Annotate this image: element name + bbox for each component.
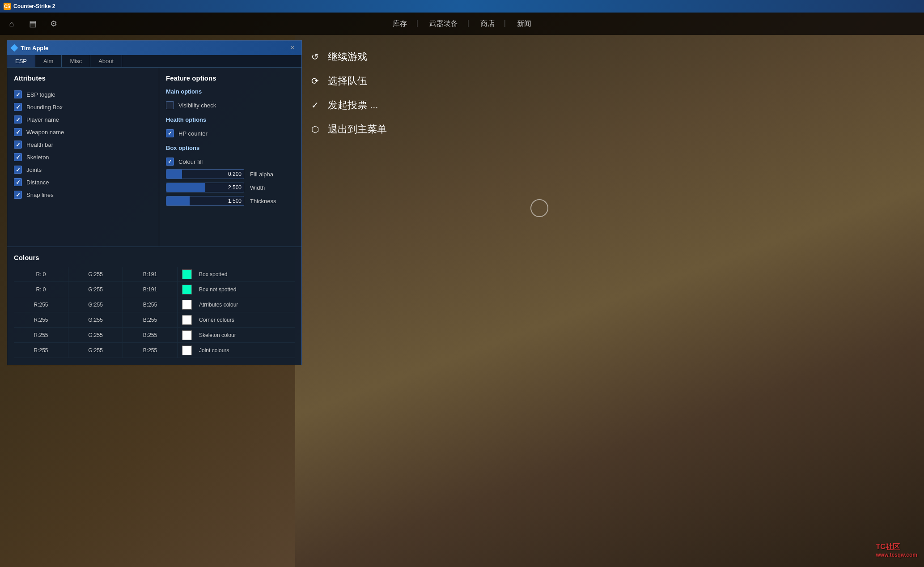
panel-close-button[interactable]: × bbox=[288, 43, 297, 52]
nav-item-inventory[interactable]: 库存 bbox=[381, 19, 418, 29]
tab-about[interactable]: About bbox=[90, 55, 122, 67]
checkbox-weapon-name[interactable] bbox=[14, 128, 22, 136]
checkbox-health-bar[interactable] bbox=[14, 141, 22, 149]
tab-aim[interactable]: Aim bbox=[35, 55, 62, 67]
colour-r-1[interactable]: R: 0 bbox=[14, 282, 68, 297]
settings-icon[interactable]: ⚙ bbox=[47, 17, 61, 31]
slider-fill-alpha-fill bbox=[166, 170, 182, 179]
attr-snap-lines[interactable]: Snap lines bbox=[14, 188, 152, 201]
inventory-icon[interactable]: ▤ bbox=[25, 17, 40, 31]
colour-name-cell-2[interactable]: Atrributes colour bbox=[178, 297, 295, 312]
attr-distance[interactable]: Distance bbox=[14, 176, 152, 188]
attr-skeleton[interactable]: Skeleton bbox=[14, 151, 152, 163]
attr-bounding-box[interactable]: Bounding Box bbox=[14, 101, 152, 113]
colour-g-4[interactable]: G:255 bbox=[68, 328, 123, 342]
option-hp-counter[interactable]: HP counter bbox=[166, 128, 295, 139]
label-weapon-name: Weapon name bbox=[26, 129, 64, 136]
colour-row-2: R:255 G:255 B:255 Atrributes colour bbox=[14, 297, 295, 312]
tab-esp[interactable]: ESP bbox=[7, 55, 35, 67]
attr-esp-toggle[interactable]: ESP toggle bbox=[14, 88, 152, 101]
slider-width-fill bbox=[166, 183, 205, 192]
colour-r-4[interactable]: R:255 bbox=[14, 328, 68, 342]
section-main-options: Main options bbox=[166, 88, 295, 95]
watermark: TC社区 www.tcsqw.com bbox=[876, 542, 917, 558]
nav-item-shop[interactable]: 商店 bbox=[469, 19, 506, 29]
home-icon[interactable]: ⌂ bbox=[4, 17, 19, 31]
checkbox-esp-toggle[interactable] bbox=[14, 90, 22, 98]
colour-g-2[interactable]: G:255 bbox=[68, 297, 123, 312]
option-colour-fill[interactable]: Colour fill bbox=[166, 156, 295, 167]
vote-icon: ✓ bbox=[309, 99, 321, 111]
checkbox-colour-fill[interactable] bbox=[166, 158, 174, 166]
attr-health-bar[interactable]: Health bar bbox=[14, 138, 152, 151]
menu-label-exit: 退出到主菜单 bbox=[328, 123, 387, 136]
label-joints: Joints bbox=[26, 166, 42, 173]
colour-name-cell-1[interactable]: Box not spotted bbox=[178, 282, 295, 297]
exit-icon: ⬡ bbox=[309, 123, 321, 136]
section-box-options: Box options bbox=[166, 145, 295, 151]
colour-name-1: Box not spotted bbox=[199, 286, 236, 293]
slider-width[interactable]: 2.500 bbox=[166, 183, 244, 192]
checkbox-snap-lines[interactable] bbox=[14, 191, 22, 199]
checkbox-player-name[interactable] bbox=[14, 115, 22, 124]
colour-r-2[interactable]: R:255 bbox=[14, 297, 68, 312]
panel-title-bar: Tim Apple × bbox=[7, 41, 301, 55]
colour-row-3: R:255 G:255 B:255 Corner colours bbox=[14, 312, 295, 328]
slider-thickness[interactable]: 1.500 bbox=[166, 196, 244, 206]
title-bar: CS Counter-Strike 2 bbox=[0, 0, 924, 13]
checkbox-hp-counter[interactable] bbox=[166, 129, 174, 137]
colour-b-0[interactable]: B:191 bbox=[123, 267, 178, 281]
nav-item-weapons[interactable]: 武器装备 bbox=[418, 19, 469, 29]
menu-item-select-team[interactable]: ⟳ 选择队伍 bbox=[300, 69, 396, 93]
label-colour-fill: Colour fill bbox=[178, 158, 203, 165]
label-player-name: Player name bbox=[26, 116, 59, 123]
checkbox-bounding-box[interactable] bbox=[14, 103, 22, 111]
colour-b-3[interactable]: B:255 bbox=[123, 312, 178, 327]
option-visibility-check[interactable]: Visibility check bbox=[166, 99, 295, 111]
section-health-options: Health options bbox=[166, 116, 295, 123]
colour-r-5[interactable]: R:255 bbox=[14, 343, 68, 358]
attr-weapon-name[interactable]: Weapon name bbox=[14, 126, 152, 138]
checkbox-joints[interactable] bbox=[14, 166, 22, 174]
colour-r-3[interactable]: R:255 bbox=[14, 312, 68, 327]
checkbox-visibility-check[interactable] bbox=[166, 101, 174, 109]
nav-item-news[interactable]: 新闻 bbox=[506, 19, 543, 29]
checkbox-distance[interactable] bbox=[14, 178, 22, 186]
panel-title: Tim Apple bbox=[21, 45, 48, 51]
menu-item-vote[interactable]: ✓ 发起投票 ... bbox=[300, 93, 396, 117]
colour-name-5: Joint colours bbox=[199, 347, 229, 354]
menu-label-vote: 发起投票 ... bbox=[328, 98, 378, 112]
colour-name-cell-5[interactable]: Joint colours bbox=[178, 343, 295, 358]
nav-icon-group: ⌂ ▤ ⚙ bbox=[4, 17, 61, 31]
tab-misc[interactable]: Misc bbox=[62, 55, 90, 67]
checkbox-skeleton[interactable] bbox=[14, 153, 22, 161]
colour-r-0[interactable]: R: 0 bbox=[14, 267, 68, 281]
colour-b-2[interactable]: B:255 bbox=[123, 297, 178, 312]
attr-joints[interactable]: Joints bbox=[14, 163, 152, 176]
colour-name-cell-0[interactable]: Box spotted bbox=[178, 267, 295, 281]
slider-row-thickness: 1.500 Thickness bbox=[166, 194, 295, 208]
attr-player-name[interactable]: Player name bbox=[14, 113, 152, 126]
slider-fill-alpha-value: 0.200 bbox=[228, 171, 242, 177]
nav-bar: ⌂ ▤ ⚙ 库存 武器装备 商店 新闻 bbox=[0, 13, 924, 35]
nav-center: 库存 武器装备 商店 新闻 bbox=[381, 19, 543, 29]
colour-b-1[interactable]: B:191 bbox=[123, 282, 178, 297]
menu-item-exit[interactable]: ⬡ 退出到主菜单 bbox=[300, 117, 396, 141]
colour-swatch-3 bbox=[182, 315, 192, 325]
colour-g-1[interactable]: G:255 bbox=[68, 282, 123, 297]
slider-width-label: Width bbox=[250, 184, 265, 191]
colour-b-4[interactable]: B:255 bbox=[123, 328, 178, 342]
label-visibility-check: Visibility check bbox=[178, 102, 216, 109]
app-title: Counter-Strike 2 bbox=[13, 3, 55, 9]
colour-name-cell-4[interactable]: Skeleton colour bbox=[178, 328, 295, 342]
game-menu: ↺ 继续游戏 ⟳ 选择队伍 ✓ 发起投票 ... ⬡ 退出到主菜单 bbox=[300, 45, 396, 141]
colour-name-cell-3[interactable]: Corner colours bbox=[178, 312, 295, 327]
colour-g-0[interactable]: G:255 bbox=[68, 267, 123, 281]
slider-thickness-label: Thickness bbox=[250, 198, 276, 205]
slider-fill-alpha[interactable]: 0.200 bbox=[166, 169, 244, 179]
menu-item-continue[interactable]: ↺ 继续游戏 bbox=[300, 45, 396, 69]
colour-g-3[interactable]: G:255 bbox=[68, 312, 123, 327]
slider-row-width: 2.500 Width bbox=[166, 181, 295, 194]
colour-g-5[interactable]: G:255 bbox=[68, 343, 123, 358]
colour-b-5[interactable]: B:255 bbox=[123, 343, 178, 358]
